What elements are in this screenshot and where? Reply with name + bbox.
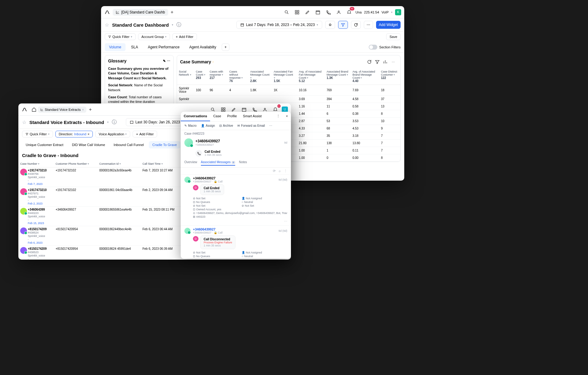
table-header[interactable]: Associated Brand Message Count ▾1.3K: [325, 68, 350, 85]
voice-app-pill[interactable]: Voice Application▾: [95, 131, 130, 137]
browser-tab[interactable]: [DA] Standard Care Dashb: [113, 9, 168, 16]
message-item[interactable]: +34606439927+34606439927 · 🔒 Call9d (9d)…: [181, 225, 291, 259]
calendar-icon: [240, 23, 244, 27]
home-icon[interactable]: [30, 106, 38, 114]
user-mode: VoIP: [382, 10, 389, 14]
refresh-button[interactable]: [351, 21, 361, 29]
tab-volume[interactable]: Volume: [105, 43, 126, 51]
more-icon[interactable]: ⋯: [389, 58, 397, 66]
table-header[interactable]: Conversation Id ▾: [97, 160, 141, 167]
search-icon[interactable]: [283, 8, 291, 16]
tab-smart-assist[interactable]: Smart Assist: [240, 112, 265, 121]
chart-icon[interactable]: [381, 58, 389, 66]
tab-inbound-funnel[interactable]: Inbound Call Funnel: [110, 141, 147, 148]
tab-sla[interactable]: SLA: [127, 43, 142, 51]
archive-action[interactable]: ⊟ Archive: [219, 124, 233, 127]
table-row[interactable]: Sprinklr Voice1009641.8K1K10.167697.6918: [177, 85, 400, 96]
add-widget-button[interactable]: Add Widget: [376, 21, 401, 29]
tab-cradle-to-grave[interactable]: Cradle To Grave: [149, 141, 181, 148]
panel-tabs: Conversations Case Profile Smart Assist …: [181, 112, 291, 122]
tab-agent-performance[interactable]: Agent Performance: [144, 43, 184, 51]
add-filter-label: Add Filter: [179, 35, 193, 39]
more-button[interactable]: ⋯: [364, 21, 373, 29]
account-group-label: Account Group: [141, 35, 164, 39]
save-button[interactable]: Save: [386, 33, 401, 40]
date-range-picker[interactable]: Last 7 Days: Feb 18, 2023 – Feb 24, 2023…: [236, 21, 322, 29]
add-filter-pill[interactable]: + Add Filter: [133, 131, 157, 137]
table-header[interactable]: Avg. of Associated Fan Message Count ▾5.…: [297, 68, 325, 85]
star-icon[interactable]: ☆: [105, 22, 109, 28]
table-header[interactable]: Case Distinct Customer ▾122: [379, 68, 400, 85]
phone-icon[interactable]: [324, 8, 332, 16]
forward-action[interactable]: ✉ Forward as Email: [237, 124, 265, 127]
tab-notes[interactable]: Notes: [239, 160, 247, 166]
contact-phone: +34606439927: [195, 139, 220, 143]
macro-action[interactable]: ✎ Macro: [184, 124, 197, 127]
close-icon[interactable]: ×: [283, 112, 291, 121]
table-header[interactable]: Associated Fan Message Count ▾1.5K: [272, 68, 297, 85]
table-header[interactable]: Avg. of Associated Brand Message Count ▾…: [351, 68, 379, 85]
team-icon[interactable]: [335, 8, 343, 16]
close-icon[interactable]: ×: [82, 108, 84, 111]
direction-filter-pill[interactable]: Direction: Inbound ×: [55, 131, 93, 137]
calendar-icon[interactable]: [314, 8, 322, 16]
table-header[interactable]: Call Start Time ▾: [141, 160, 183, 167]
chevron-down-icon[interactable]: ▾: [391, 11, 393, 14]
forward-label: Forward as Email: [241, 124, 265, 127]
star-icon[interactable]: ☆: [22, 119, 26, 125]
assign-action[interactable]: 👤 Assign: [201, 124, 215, 127]
tab-agent-availability[interactable]: Agent Availabilty: [185, 43, 221, 51]
add-filter-pill[interactable]: + Add Filter: [172, 33, 197, 40]
quick-filter-label: Quick Filter: [112, 35, 130, 39]
section-filters-toggle[interactable]: Section Filters: [369, 45, 401, 50]
chevron-down-icon: ▾: [317, 23, 318, 26]
info-icon[interactable]: ⓘ: [176, 22, 181, 28]
table-header[interactable]: Associated Message Count ▾2.8K: [248, 68, 272, 85]
theme-toggle[interactable]: [325, 21, 335, 29]
user-avatar[interactable]: K: [395, 9, 401, 15]
tab-associated-messages[interactable]: Associated Messages 8: [201, 160, 236, 166]
new-tab-button[interactable]: +: [168, 8, 176, 16]
search-icon[interactable]: ⌕: [279, 169, 281, 173]
refresh-icon[interactable]: ⟳: [273, 169, 276, 173]
topbar: [DA] Standard Care Dashb + Una 225:41:54…: [101, 6, 404, 18]
tab-conversations[interactable]: Conversations: [181, 112, 210, 121]
refresh-icon[interactable]: [365, 58, 373, 66]
table-header[interactable]: Customer Phone Number ▾: [54, 160, 97, 167]
tab-overview[interactable]: Overview: [184, 160, 197, 166]
app-logo: [21, 107, 28, 113]
filter-icon[interactable]: [373, 58, 381, 66]
chevron-down-icon[interactable]: ▾: [172, 23, 173, 26]
close-icon[interactable]: ×: [88, 132, 89, 136]
filter-button[interactable]: [338, 21, 348, 29]
table-header[interactable]: Case Count ▾293: [194, 68, 208, 85]
table-header[interactable]: Case Number ▾: [18, 160, 54, 167]
more-icon[interactable]: ⋮: [273, 112, 283, 121]
more-icon[interactable]: ⋯: [269, 124, 272, 127]
more-icon[interactable]: ⋮: [284, 169, 287, 173]
edit-icon[interactable]: [303, 8, 311, 16]
tab-did-volume[interactable]: DID Wise Call Volume: [68, 141, 109, 148]
table-header[interactable]: Cases with response ▾217: [208, 68, 227, 85]
notifications-icon[interactable]: [345, 8, 353, 16]
tab-case[interactable]: Case: [210, 112, 224, 121]
tab-profile[interactable]: Profile: [224, 112, 240, 121]
chevron-down-icon[interactable]: ▾: [107, 121, 109, 124]
edit-icon[interactable]: ✎: [163, 59, 166, 63]
browser-tab[interactable]: Standard Voice Extracts ×: [38, 107, 86, 113]
quick-filter-pill[interactable]: Quick Filter▾: [22, 131, 53, 137]
macro-label: Macro: [188, 124, 197, 127]
call-duration: 1 min 35 secs: [205, 153, 222, 156]
quick-filter-pill[interactable]: Quick Filter▾: [105, 33, 136, 40]
more-icon[interactable]: ⋯: [167, 59, 170, 63]
account-group-pill[interactable]: Account Group▾: [138, 33, 170, 40]
info-icon[interactable]: ⓘ: [112, 119, 117, 126]
add-section-tab[interactable]: +: [222, 43, 229, 51]
table-header[interactable]: Cases without response ▾76: [228, 68, 248, 85]
apps-icon[interactable]: [293, 8, 301, 16]
tab-unique-customer[interactable]: Unique Customer Extract: [22, 141, 67, 148]
message-item[interactable]: +34606439927+34606439927 · 🔒 Call9d (9d)…: [181, 174, 291, 225]
table-header[interactable]: Social Network ▾: [177, 68, 194, 85]
new-tab-button[interactable]: +: [86, 106, 94, 114]
table-row[interactable]: Sprinklr3.693944.5837: [177, 96, 400, 103]
